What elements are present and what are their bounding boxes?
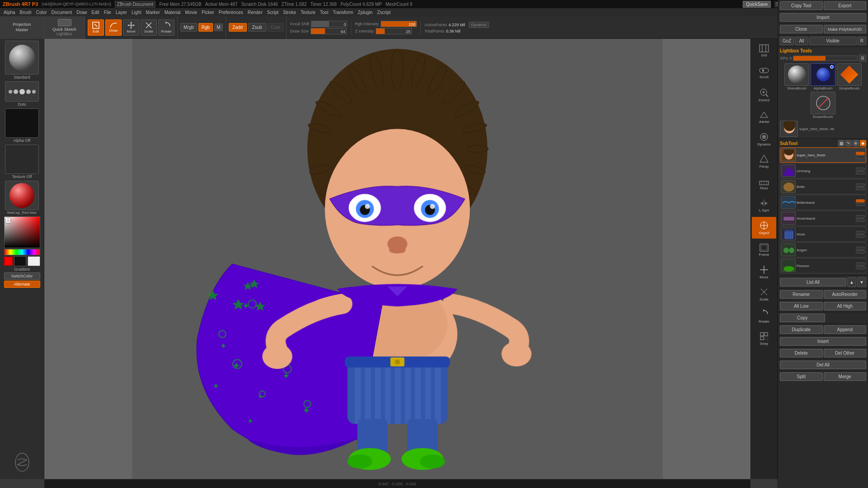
del-all-button[interactable]: Del All: [780, 361, 866, 369]
zsub-button[interactable]: Zsub: [248, 23, 266, 32]
menu-zplugin[interactable]: Zplugin: [356, 9, 374, 15]
subtool-toggle-2[interactable]: ✎: [845, 140, 852, 146]
menu-brush[interactable]: Brush: [18, 9, 33, 15]
canvas-area[interactable]: ✦ ✦ ✦ ✦ ✦ ✦ ✦ ✦ ✦: [44, 39, 750, 479]
spix-r-button[interactable]: R: [859, 55, 866, 62]
doc-label[interactable]: ZBrush Document: [115, 1, 156, 8]
subtool-brilte-toggle-b[interactable]: [856, 187, 865, 190]
draw-button[interactable]: Draw: [105, 19, 122, 36]
subtool-hose-toggle-b[interactable]: [856, 235, 865, 238]
draw-size-slider[interactable]: 64: [311, 28, 347, 34]
scale-button[interactable]: Scale: [141, 19, 157, 36]
r-button[interactable]: R: [858, 37, 866, 45]
scale-fr-button[interactable]: Scale: [752, 283, 776, 305]
goz-button[interactable]: GoZ: [780, 37, 794, 45]
menu-stroke[interactable]: Stroke: [281, 9, 298, 15]
simple-brush-item[interactable]: SimpleBrush: [837, 63, 862, 90]
del-other-button[interactable]: Del Other: [824, 349, 867, 357]
material-thumbnail-area[interactable]: MatCap_Red Wax: [5, 181, 39, 215]
subtool-toggle-1[interactable]: ▦: [838, 140, 844, 146]
insert-button[interactable]: Insert: [780, 337, 866, 346]
lsym-button[interactable]: L.Sym: [752, 195, 776, 216]
color-picker-area[interactable]: Gradient SwitchColor Alternate: [4, 216, 40, 288]
menu-zscript[interactable]: Zscript: [375, 9, 392, 15]
subtool-hosenband-toggle-a[interactable]: [856, 215, 865, 218]
fersp-button[interactable]: Fersp: [752, 150, 776, 172]
aahat-button[interactable]: AaHat: [752, 106, 776, 128]
move-fr-button[interactable]: Move: [752, 261, 776, 283]
alpha-brush-item[interactable]: AlphaBrush: [811, 63, 835, 90]
rotate-fr-button[interactable]: Rotate: [752, 305, 776, 327]
clone-button[interactable]: Clone: [780, 25, 823, 33]
texture-thumbnail-area[interactable]: Texture Off: [5, 145, 39, 179]
append-button[interactable]: Append: [824, 325, 867, 334]
split-button[interactable]: Split: [780, 372, 823, 381]
menu-edit[interactable]: Edit: [90, 9, 101, 15]
menu-color[interactable]: Color: [34, 9, 49, 15]
menu-render[interactable]: Render: [246, 9, 264, 15]
rgb-button[interactable]: Rgb: [198, 23, 213, 32]
coat-button[interactable]: Coat: [268, 23, 283, 32]
lightbox-button[interactable]: Quick Sketch LightBox: [44, 16, 85, 39]
menu-preferences[interactable]: Preferences: [217, 9, 245, 15]
menu-movie[interactable]: Movie: [183, 9, 199, 15]
menu-layer[interactable]: Layer: [114, 9, 129, 15]
color-gradient-box[interactable]: [4, 216, 40, 248]
move-button[interactable]: Move: [123, 19, 139, 36]
menu-script[interactable]: Script: [265, 9, 281, 15]
switchcolor-button[interactable]: SwitchColor: [4, 272, 40, 280]
subtool-brilte-toggle-a[interactable]: [856, 183, 865, 187]
all-high-button[interactable]: All High: [824, 302, 867, 310]
eraser-brush-item[interactable]: EraserBrush: [811, 92, 835, 119]
export-button[interactable]: Export: [824, 1, 867, 10]
list-all-button[interactable]: List All: [780, 278, 846, 286]
subtool-augen-toggle-b[interactable]: [856, 250, 865, 253]
list-down-button[interactable]: ▼: [857, 277, 866, 287]
dynamic-button[interactable]: Dynamic: [469, 22, 489, 28]
menu-tool[interactable]: Tool: [318, 9, 330, 15]
frame-button[interactable]: Frame: [752, 239, 776, 261]
mrgb-button[interactable]: Mrgb: [180, 23, 197, 32]
subtool-item-augen[interactable]: Augen: [780, 242, 866, 258]
floor-button[interactable]: Floor: [752, 173, 776, 194]
menu-picker[interactable]: Picker: [200, 9, 216, 15]
subtool-item-hosenband[interactable]: Hosenband: [780, 211, 866, 226]
subtool-brillenband-toggle-a[interactable]: [856, 199, 865, 202]
subtool-umhang-toggle-a[interactable]: [856, 168, 865, 171]
all-low-button[interactable]: All Low: [780, 302, 823, 310]
subtool-toggle-3[interactable]: ⊕: [853, 140, 859, 146]
menu-marker[interactable]: Marker: [144, 9, 162, 15]
dynams-button[interactable]: Dynams: [752, 128, 776, 150]
menu-texture[interactable]: Texture: [299, 9, 317, 15]
delete-button[interactable]: Delete: [780, 349, 823, 357]
rgb-intensity-slider[interactable]: 100: [381, 21, 417, 27]
hue-slider[interactable]: [4, 249, 40, 255]
subtool-item-hero[interactable]: super_hero_finish: [780, 147, 866, 163]
brush-thumbnail-area[interactable]: Standard: [5, 41, 39, 80]
alternate-button[interactable]: Alternate: [4, 281, 40, 288]
sphere-brush-item[interactable]: SheraBrush: [784, 63, 809, 90]
m-button[interactable]: M: [214, 23, 222, 31]
stroke-thumbnail-area[interactable]: Dots: [5, 81, 39, 107]
rename-button[interactable]: Rename: [780, 290, 823, 299]
subtool-flossen-toggle-a[interactable]: [856, 263, 865, 266]
menu-light[interactable]: Light: [130, 9, 143, 15]
projection-master-button[interactable]: ProjectionMaster: [0, 16, 44, 39]
make-polymesh-button[interactable]: Make PolyMesh3D: [824, 25, 867, 33]
all-button[interactable]: All: [795, 37, 808, 45]
subtool-item-flossen[interactable]: Flossen: [780, 258, 866, 273]
scroll-button[interactable]: Scroll: [752, 62, 776, 84]
subtool-flossen-toggle-b[interactable]: [856, 266, 865, 269]
zoom2-button[interactable]: Zoom2: [752, 84, 776, 106]
subtool-hose-toggle-a[interactable]: [856, 231, 865, 234]
subtool-augen-toggle-a[interactable]: [856, 247, 865, 250]
visible-button[interactable]: Visible: [809, 37, 857, 45]
copy-button[interactable]: Copy: [780, 314, 825, 322]
subtool-hero-toggle-b[interactable]: [856, 155, 865, 159]
oxyz2-button[interactable]: Oxyz2: [752, 217, 776, 239]
zadd-button[interactable]: Zadd: [229, 23, 247, 32]
focal-shift-slider[interactable]: 0: [311, 21, 347, 27]
menu-transform[interactable]: Transform: [331, 9, 355, 15]
hero-finish-preview[interactable]: super_hero_finish. 48: [780, 121, 866, 137]
merge-button[interactable]: Merge: [824, 372, 867, 381]
